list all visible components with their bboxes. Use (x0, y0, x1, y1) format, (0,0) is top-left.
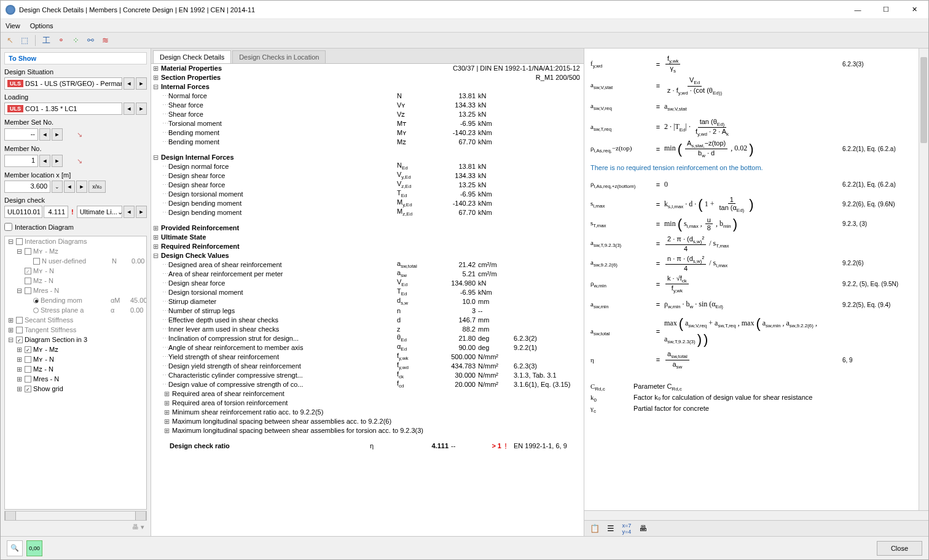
memberset-pick-icon[interactable]: ↘ (73, 128, 86, 141)
grid-data-row[interactable]: ⋯Number of stirrup legsn3-- (151, 306, 584, 316)
foot-search-icon[interactable]: 🔍 (7, 540, 23, 556)
grid-data-row[interactable]: ⋯Inner lever arm used in shear checksz88… (151, 325, 584, 334)
grid-data-row[interactable]: ⋯Torsional momentMᴛ-6.95kNm (151, 119, 584, 128)
grid-data-row[interactable]: ⋯Design yield strength of shear reinforc… (151, 362, 584, 371)
memberset-field[interactable]: -- (4, 128, 38, 141)
grid-data-row[interactable]: ⋯Bending momentMᴢ67.70kNm (151, 138, 584, 147)
memberno-prev-button[interactable]: ◄ (39, 155, 50, 167)
grid-data-row[interactable]: ⋯Design shear forceVy,Ed134.33kN (151, 171, 584, 181)
formula-xy-icon[interactable]: x=7y=4 (620, 522, 633, 535)
tree-item[interactable]: ⊞Mres - N (5, 374, 147, 384)
location-xx0-button[interactable]: x/x₀ (88, 181, 106, 193)
memberno-next-button[interactable]: ► (52, 155, 63, 167)
formula-hscroll[interactable] (584, 510, 928, 520)
grid-data-row[interactable]: ⋯Normal forceN13.81kN (151, 91, 584, 101)
formula-body[interactable]: fy,wd=fy,wkγs6.2.3(3)asw,V,stat=VEdz · f… (584, 49, 928, 510)
tool-joint-icon[interactable]: ⚬ (54, 34, 68, 47)
grid-data-row[interactable]: ⋯Design torsional momentTEd-6.95kNm (151, 190, 584, 199)
tree-item[interactable]: ⊞Tangent Stiffness (5, 325, 147, 335)
tree-item[interactable]: ⊞Mᴢ - N (5, 364, 147, 374)
tree-item[interactable]: ⊞Mʏ - N (5, 354, 147, 364)
tool-arrow-icon[interactable]: ↖ (3, 34, 17, 47)
grid-data-row[interactable]: ⋯Shear forceVᴢ13.25kN (151, 110, 584, 119)
tree-item[interactable]: Mʏ - N (5, 266, 147, 276)
location-dropdown-button[interactable]: ⌄ (52, 181, 63, 193)
memberset-prev-button[interactable]: ◄ (39, 128, 50, 141)
tree-item[interactable]: N user-definedN0.00kN (5, 256, 147, 266)
check-code-field[interactable]: UL0110.01 (4, 206, 42, 218)
warning-icon: ! (69, 208, 76, 216)
formula-copy-icon[interactable]: 📋 (588, 522, 602, 535)
memberno-pick-icon[interactable]: ↘ (73, 154, 86, 168)
tab-location[interactable]: Design Checks in Location (232, 50, 326, 63)
grid-data-row[interactable]: ⋯Design value of compressive strength of… (151, 380, 584, 389)
situation-next-button[interactable]: ► (136, 77, 147, 90)
grid-data-row[interactable]: ⋯Design bending momentMz,Ed67.70kNm (151, 208, 584, 217)
grid-data-row[interactable]: ⋯Design normal forceNEd13.81kN (151, 162, 584, 171)
tool-select-icon[interactable]: ⬚ (18, 34, 31, 47)
menu-options[interactable]: Options (30, 22, 53, 29)
check-type-field[interactable]: Ultimate Li... ⌄ (77, 206, 122, 218)
tool-nodes-icon[interactable]: ⁘ (69, 34, 82, 47)
tree-item[interactable]: ⊟Mʏ - Mᴢ (5, 246, 147, 256)
minimize-button[interactable]: — (844, 1, 872, 19)
grid-data-row[interactable]: ⋯Design shear forceVz,Ed13.25kN (151, 181, 584, 190)
tree-hscroll[interactable] (4, 511, 147, 521)
tree-item[interactable]: ⊞Secant Stiffness (5, 315, 147, 325)
diagram-tree[interactable]: ⊟Interaction Diagrams⊟Mʏ - MᴢN user-defi… (4, 236, 147, 510)
loading-label: Loading (4, 93, 147, 101)
design-situation-field[interactable]: ULS DS1 - ULS (STR/GEO) - Permane... (4, 77, 122, 90)
print-icon[interactable]: 🖶 ▾ (1, 521, 151, 534)
formula-print-icon[interactable]: 🖶 (636, 522, 649, 535)
tree-item[interactable]: ⊞Show grid (5, 384, 147, 394)
location-prev-button[interactable]: ◄ (64, 181, 75, 193)
tree-item[interactable]: ⊟Diagram Section in 3 (5, 335, 147, 344)
tool-member-icon[interactable]: ≋ (98, 34, 112, 47)
close-button[interactable]: ✕ (900, 1, 928, 19)
formula-row: η=asw,totalasw6, 9 (590, 350, 922, 369)
formula-row: asw,total=max ( asw,V,req + asw,T,req , … (590, 316, 922, 348)
grid-data-row[interactable]: ⋯Stirrup diameterds,w10.0mm (151, 297, 584, 306)
location-field[interactable]: 3.600 (4, 181, 50, 193)
memberno-field[interactable]: 1 (4, 155, 38, 167)
grid-data-row[interactable]: ⋯Angle of shear reinforcement to member … (151, 343, 584, 352)
grid-data-row[interactable]: ⋯Area of shear reinforcement per meteras… (151, 270, 584, 279)
tree-item[interactable]: Bending momαM45.00de (5, 295, 147, 305)
close-dialog-button[interactable]: Close (877, 541, 922, 556)
situation-prev-button[interactable]: ◄ (123, 77, 135, 90)
menu-view[interactable]: View (6, 22, 20, 29)
grid-data-row[interactable]: ⋯Yield strength of shear reinforcementfy… (151, 352, 584, 362)
grid-data-row[interactable]: ⋯Design shear forceVEd134.980kN (151, 279, 584, 288)
interaction-checkbox[interactable] (4, 223, 12, 231)
memberset-next-button[interactable]: ► (52, 128, 63, 141)
grid-data-row[interactable]: ⋯Inclination of compression strut for de… (151, 334, 584, 343)
tree-item[interactable]: Mᴢ - N (5, 276, 147, 286)
location-next-button[interactable]: ► (76, 181, 87, 193)
loading-prev-button[interactable]: ◄ (123, 103, 135, 115)
maximize-button[interactable]: ☐ (872, 1, 900, 19)
grid-data-row[interactable]: ⋯Shear forceVʏ134.33kN (151, 101, 584, 110)
loading-field[interactable]: ULS CO1 - 1.35 * LC1 (4, 103, 122, 115)
formula-toolbar: 📋 ☰ x=7y=4 🖶 (584, 520, 928, 536)
param-row: k0Factor k₀ for calculation of design va… (590, 394, 922, 403)
formula-list-icon[interactable]: ☰ (604, 522, 617, 535)
formula-vscroll[interactable] (919, 49, 928, 510)
tool-link-icon[interactable]: ⚯ (84, 34, 97, 47)
grid-data-row[interactable]: ⋯Characteristic cylinder compressive str… (151, 371, 584, 380)
grid-data-row[interactable]: ⋯Effective depth used in shear checksd14… (151, 316, 584, 325)
tree-item[interactable]: ⊞Mʏ - Mᴢ (5, 344, 147, 354)
tree-item[interactable]: ⊟Interaction Diagrams (5, 236, 147, 246)
grid-data-row[interactable]: ⋯Bending momentMʏ-140.23kNm (151, 128, 584, 138)
tree-item[interactable]: ⊟Mres - N (5, 286, 147, 295)
tool-section-icon[interactable]: 工 (39, 34, 53, 47)
check-prev-button[interactable]: ◄ (123, 206, 135, 218)
grid-data-row[interactable]: ⋯Design torsional momentTEd-6.95kNm (151, 288, 584, 297)
grid-data-row[interactable]: ⋯Designed area of shear reinforcementasw… (151, 260, 584, 270)
foot-decimal-icon[interactable]: 0,00 (26, 540, 42, 556)
loading-next-button[interactable]: ► (136, 103, 147, 115)
check-next-button[interactable]: ► (136, 206, 147, 218)
tab-details[interactable]: Design Check Details (153, 50, 231, 63)
grid-data-row[interactable]: ⋯Design bending momentMy,Ed-140.23kNm (151, 199, 584, 208)
tree-item[interactable]: Stress plane aα0.00de (5, 305, 147, 315)
grid-body[interactable]: ⊞Material PropertiesC30/37 | DIN EN 1992… (151, 64, 584, 536)
